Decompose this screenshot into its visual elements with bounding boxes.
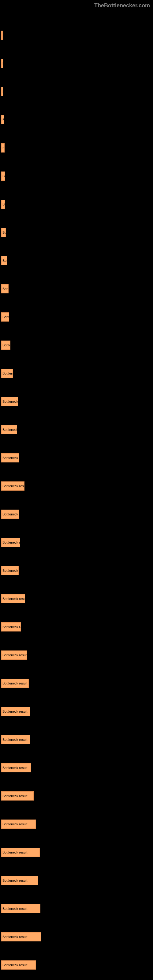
bar-label: Bottleneck result <box>2 541 20 544</box>
bar: Bottleneck result <box>1 510 19 519</box>
bar-label: Bottleneck result <box>2 371 13 375</box>
bar-row: Bottleneck result <box>1 200 153 209</box>
bar-row: Bottleneck result <box>1 143 153 153</box>
bar-row: Bottleneck result <box>1 904 153 913</box>
bar-label: Bottleneck result <box>2 118 4 122</box>
bar: Bottleneck result <box>1 172 5 181</box>
bar: Bottleneck result <box>1 369 13 378</box>
bar-row: Bottleneck result <box>1 960 153 970</box>
bar: Bottleneck result <box>1 679 29 688</box>
bar-label: Bottleneck result <box>2 963 27 967</box>
bar-row: Bottleneck result <box>1 594 153 603</box>
bar: Bottleneck result <box>1 200 5 209</box>
bar: Bottleneck result <box>1 819 36 829</box>
bar-row: Bottleneck result <box>1 59 153 68</box>
bar-label: Bottleneck result <box>2 231 6 234</box>
bar: Bottleneck result <box>1 848 40 857</box>
bar: Bottleneck result <box>1 143 5 153</box>
bar-row: Bottleneck result <box>1 425 153 434</box>
bar-label: Bottleneck result <box>2 202 5 206</box>
bar-row: Bottleneck result <box>1 538 153 547</box>
bar: Bottleneck result <box>1 791 33 800</box>
bar-label: Bottleneck result <box>2 681 27 685</box>
bar-row: Bottleneck result <box>1 763 153 772</box>
bar-row: Bottleneck result <box>1 735 153 744</box>
bar-label: Bottleneck result <box>2 287 9 291</box>
bar-row: Bottleneck result <box>1 397 153 406</box>
bar-label: Bottleneck result <box>2 738 27 741</box>
bar-row: Bottleneck result <box>1 453 153 463</box>
bar-label: Bottleneck result <box>2 90 3 94</box>
bar-label: Bottleneck result <box>2 935 27 939</box>
bar: Bottleneck result <box>1 397 18 406</box>
bar-row: Bottleneck result <box>1 510 153 519</box>
bar-row: Bottleneck result <box>1 256 153 265</box>
bar-label: Bottleneck result <box>2 794 27 798</box>
bar-label: Bottleneck result <box>2 850 27 854</box>
bar: Bottleneck result <box>1 30 3 40</box>
bar-row: Bottleneck result <box>1 312 153 321</box>
bar-row: Bottleneck result <box>1 679 153 688</box>
bar-row: Bottleneck result <box>1 651 153 660</box>
bar-label: Bottleneck result <box>2 597 25 601</box>
bar-label: Bottleneck result <box>2 569 19 573</box>
bar: Bottleneck result <box>1 115 4 124</box>
bar-label: Bottleneck result <box>2 400 18 403</box>
bar-row: Bottleneck result <box>1 481 153 491</box>
bar-row: Bottleneck result <box>1 932 153 942</box>
bar-label: Bottleneck result <box>2 653 27 657</box>
bar: Bottleneck result <box>1 87 3 96</box>
bar: Bottleneck result <box>1 566 19 575</box>
bar-row: Bottleneck result <box>1 284 153 293</box>
bar: Bottleneck result <box>1 763 31 772</box>
bar-label: Bottleneck result <box>2 62 3 65</box>
bar-label: Bottleneck result <box>2 710 27 713</box>
bar: Bottleneck result <box>1 59 3 68</box>
bar-row: Bottleneck result <box>1 566 153 575</box>
bar: Bottleneck result <box>1 256 7 265</box>
bar-row: Bottleneck result <box>1 30 153 40</box>
bar-label: Bottleneck result <box>2 879 27 882</box>
bar: Bottleneck result <box>1 481 24 491</box>
bar: Bottleneck result <box>1 876 38 885</box>
bar-label: Bottleneck result <box>2 907 27 910</box>
bar-label: Bottleneck result <box>2 456 19 460</box>
bar-row: Bottleneck result <box>1 228 153 237</box>
bar: Bottleneck result <box>1 228 6 237</box>
bar: Bottleneck result <box>1 622 21 632</box>
bar-row: Bottleneck result <box>1 848 153 857</box>
bar: Bottleneck result <box>1 453 19 463</box>
bar-row: Bottleneck result <box>1 819 153 829</box>
bar-label: Bottleneck result <box>2 174 5 178</box>
bar-row: Bottleneck result <box>1 340 153 350</box>
bar: Bottleneck result <box>1 340 10 350</box>
bar: Bottleneck result <box>1 904 40 913</box>
bar-label: Bottleneck result <box>2 315 9 319</box>
bar: Bottleneck result <box>1 932 41 942</box>
bar-row: Bottleneck result <box>1 707 153 716</box>
bar-label: Bottleneck result <box>2 33 3 37</box>
bar-label: Bottleneck result <box>2 428 17 431</box>
watermark-text: TheBottlenecker.com <box>94 2 150 9</box>
bar: Bottleneck result <box>1 735 30 744</box>
bar-row: Bottleneck result <box>1 369 153 378</box>
bar-label: Bottleneck result <box>2 822 27 826</box>
bar: Bottleneck result <box>1 284 9 293</box>
bar: Bottleneck result <box>1 312 9 321</box>
bar: Bottleneck result <box>1 707 30 716</box>
chart: Bottleneck resultBottleneck resultBottle… <box>0 0 153 970</box>
bar-label: Bottleneck result <box>2 512 19 516</box>
bar-label: Bottleneck result <box>2 625 21 629</box>
bar: Bottleneck result <box>1 594 25 603</box>
bar-label: Bottleneck result <box>2 343 10 347</box>
bar-row: Bottleneck result <box>1 791 153 800</box>
bar: Bottleneck result <box>1 960 36 970</box>
bar-row: Bottleneck result <box>1 622 153 632</box>
bar: Bottleneck result <box>1 538 20 547</box>
bar-label: Bottleneck result <box>2 484 24 488</box>
bar: Bottleneck result <box>1 425 17 434</box>
bar-row: Bottleneck result <box>1 115 153 124</box>
bar-row: Bottleneck result <box>1 876 153 885</box>
bar-row: Bottleneck result <box>1 172 153 181</box>
bar: Bottleneck result <box>1 651 27 660</box>
